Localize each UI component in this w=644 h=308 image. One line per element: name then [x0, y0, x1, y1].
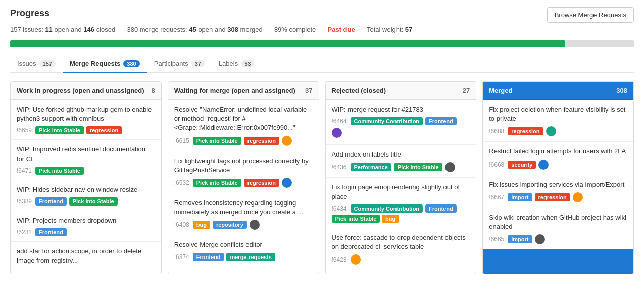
list-item: WIP: Use forked github-markup gem to ena… [11, 100, 161, 140]
badge-pick-into-stable: Pick into Stable [35, 126, 84, 134]
list-item: WIP: Improved redis sentinel documentati… [11, 140, 161, 180]
badge-regression: regression [244, 179, 279, 187]
column-merged-count: 308 [616, 87, 627, 94]
badge-community-contribution: Community Contribution [351, 117, 423, 125]
badge-bug: bug [193, 221, 210, 229]
avatar [282, 136, 292, 146]
column-rejected: Rejected (closed) 27 WIP: merge request … [325, 81, 477, 274]
badge-pick-into-stable: Pick into Stable [69, 197, 118, 206]
complete-stat: 89% complete [274, 26, 316, 33]
column-wip-title: Work in progress (open and unassigned) [17, 87, 144, 94]
tab-issues[interactable]: Issues 157 [10, 55, 63, 73]
tab-participants-badge: 37 [191, 60, 205, 67]
card-meta: !6423 [332, 254, 470, 265]
card-meta: !6374 Frontend merge-requests [174, 253, 313, 261]
card-id: !6374 [174, 253, 189, 261]
card-title: Fix login page emoji rendering slightly … [332, 183, 470, 201]
card-id: !6231 [17, 229, 32, 236]
card-id: !6436 [332, 164, 347, 171]
columns-container: Work in progress (open and unassigned) 8… [10, 81, 634, 274]
badge-security: security [508, 161, 536, 169]
card-id: !6659 [17, 127, 32, 134]
list-item: add star for action scope, in order to d… [11, 242, 161, 273]
tab-labels-badge: 53 [241, 60, 254, 67]
card-title: Add index on labels title [332, 150, 470, 159]
badge-regression: regression [508, 127, 543, 135]
list-item: Removes inconsistency regarding tagging … [168, 193, 319, 235]
column-merged-title: Merged [489, 87, 512, 94]
tab-labels-label: Labels [219, 60, 238, 67]
tab-labels[interactable]: Labels 53 [212, 55, 262, 73]
card-meta: !6688 regression [489, 126, 627, 136]
column-waiting-title: Waiting for merge (open and assigned) [174, 87, 295, 94]
column-wip-count: 8 [152, 87, 155, 94]
badge-pick-into-stable: Pick into Stable [193, 179, 241, 187]
card-meta: !6659 Pick into Stable regression [17, 126, 155, 134]
card-id: !6665 [489, 236, 504, 243]
card-id: !6688 [489, 128, 504, 135]
card-title: WIP: Use forked github-markup gem to ena… [17, 105, 155, 123]
card-title: WIP: Hides sidebar nav on window resize [17, 185, 155, 194]
browse-merge-requests-button[interactable]: Browse Merge Requests [547, 7, 634, 23]
past-due-label: Past due [328, 26, 355, 33]
card-id: !6464 [332, 118, 347, 125]
badge-merge-requests: merge-requests [226, 253, 275, 261]
tab-issues-badge: 157 [39, 60, 56, 67]
tab-mr-label: Merge Requests [70, 60, 120, 67]
header-area: Progress Browse Merge Requests [10, 8, 634, 24]
avatar [546, 126, 556, 136]
list-item: Fix project deletion when feature visibi… [483, 100, 633, 142]
avatar [445, 162, 455, 172]
card-title: Restrict failed login attempts for users… [489, 147, 627, 156]
list-item: WIP: merge request for #21783 !6464 Comm… [326, 100, 476, 145]
card-meta: !6668 security [489, 160, 627, 170]
column-waiting-count: 37 [305, 87, 312, 94]
card-title: Fix project deletion when feature visibi… [489, 105, 627, 123]
card-meta: !6615 Pick into Stable regression [174, 136, 313, 146]
badge-pick-into-stable: Pick into Stable [35, 167, 84, 175]
issues-stat: 157 issues: 11 open and 146 closed [10, 26, 115, 33]
avatar [332, 128, 342, 138]
card-id: !6389 [17, 198, 32, 205]
card-meta: !6389 Frontend Pick into Stable [17, 197, 155, 206]
card-title: Resolve "NameError: undefined local vari… [174, 105, 313, 133]
card-id: !6667 [489, 194, 504, 201]
badge-pick-into-stable: Pick into Stable [394, 163, 442, 171]
list-item: Skip wiki creation when GitHub project h… [483, 208, 633, 249]
card-meta: !6464 Community Contribution Frontend [332, 117, 470, 125]
badge-regression: regression [535, 193, 570, 201]
badge-regression: regression [86, 126, 122, 134]
column-waiting-body: Resolve "NameError: undefined local vari… [168, 100, 319, 266]
column-waiting: Waiting for merge (open and assigned) 37… [168, 81, 319, 274]
card-meta: !6667 import regression [489, 192, 627, 202]
page-container: Progress Browse Merge Requests 157 issue… [0, 0, 644, 282]
tabs-row: Issues 157 Merge Requests 380 Participan… [10, 55, 634, 73]
badge-regression: regression [244, 137, 279, 145]
list-item: WIP: Projects members dropdown !6231 Fro… [11, 211, 161, 242]
list-item: Resolve Merge conflicts editor !6374 Fro… [168, 235, 319, 266]
list-item: Restrict failed login attempts for users… [483, 142, 633, 175]
tab-participants-label: Participants [154, 60, 188, 67]
card-title: WIP: Projects members dropdown [17, 216, 155, 225]
badge-repository: repository [213, 221, 247, 229]
card-title: Use force: cascade to drop dependent obj… [332, 233, 470, 251]
column-rejected-count: 27 [463, 87, 470, 94]
badge-frontend: Frontend [193, 253, 224, 261]
card-title: Fix lightweight tags not processed corre… [174, 157, 313, 175]
column-rejected-body: WIP: merge request for #21783 !6464 Comm… [326, 100, 476, 270]
badge-import: import [508, 193, 532, 201]
tab-merge-requests[interactable]: Merge Requests 380 [63, 55, 147, 73]
card-meta: !6231 Frontend [17, 228, 155, 236]
avatar [573, 192, 583, 202]
card-meta: !6532 Pick into Stable regression [174, 178, 313, 188]
tab-participants[interactable]: Participants 37 [147, 55, 212, 73]
avatar [250, 220, 260, 230]
column-wip-body: WIP: Use forked github-markup gem to ena… [11, 100, 161, 274]
card-id: !6423 [332, 256, 347, 263]
badge-frontend: Frontend [425, 117, 457, 125]
card-id: !6471 [17, 167, 32, 174]
badge-import: import [508, 235, 532, 243]
tab-mr-badge: 380 [123, 60, 139, 67]
page-title: Progress [10, 8, 49, 19]
avatar-row [332, 128, 470, 139]
